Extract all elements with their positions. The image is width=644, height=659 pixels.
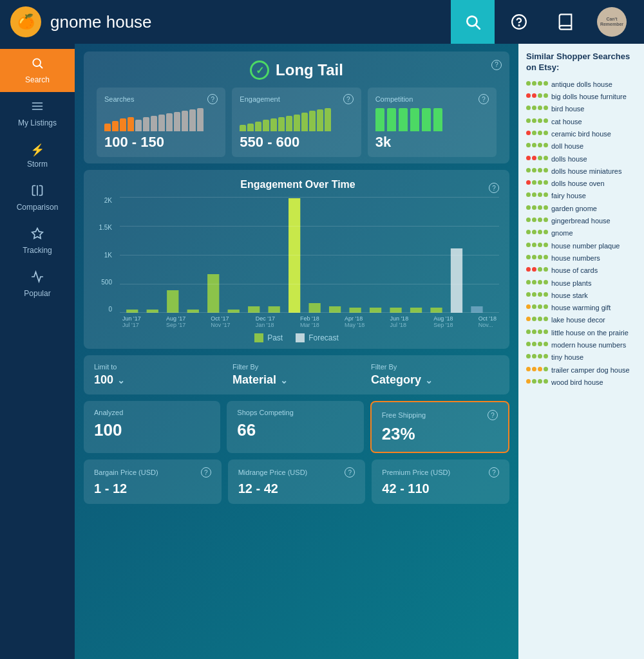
- dot-indicator: [538, 118, 542, 123]
- list-item[interactable]: house numbers: [526, 254, 636, 263]
- sidebar-item-tracking[interactable]: Tracking: [0, 219, 75, 263]
- legend-forecast: Forecast: [296, 333, 339, 342]
- category-filter: Filter By Category ⌄: [371, 363, 499, 387]
- dot-indicator: [544, 354, 548, 358]
- limit-dropdown[interactable]: 100 ⌄: [94, 373, 222, 387]
- dot-indicator: [526, 255, 531, 259]
- dot-indicator: [544, 143, 548, 147]
- list-item[interactable]: cat house: [526, 117, 636, 126]
- dot-indicator: [544, 218, 548, 222]
- list-item[interactable]: garden gnome: [526, 204, 636, 213]
- past-color: [254, 333, 263, 342]
- dot-indicator: [538, 180, 542, 185]
- list-item[interactable]: ceramic bird house: [526, 129, 636, 138]
- list-item[interactable]: dolls house: [526, 154, 636, 163]
- list-item[interactable]: gingerbread house: [526, 216, 636, 225]
- search-icon-btn[interactable]: [451, 0, 495, 44]
- searches-info[interactable]: ?: [207, 94, 218, 104]
- longtail-section: ? ✓ Long Tail Searches ?: [84, 51, 509, 163]
- chart-bars: [120, 197, 499, 313]
- similar-item-label: gnome: [551, 228, 573, 237]
- dot-indicator: [526, 354, 531, 358]
- similar-item-label: antique dolls house: [551, 80, 612, 89]
- dot-indicator: [544, 367, 548, 371]
- midrange-value: 12 - 42: [238, 481, 355, 496]
- list-item[interactable]: trailer camper dog house: [526, 366, 636, 375]
- material-dropdown[interactable]: Material ⌄: [232, 373, 361, 387]
- list-item[interactable]: house warming gift: [526, 303, 636, 312]
- svg-rect-19: [289, 198, 300, 313]
- similar-item-label: dolls house oven: [551, 179, 605, 188]
- sidebar-label-popular: Popular: [24, 289, 50, 298]
- dot-indicator: [544, 230, 548, 234]
- competition-info[interactable]: ?: [478, 94, 489, 104]
- dot-indicator: [544, 304, 548, 309]
- sidebar-label-comparison: Comparison: [17, 203, 59, 212]
- header-icons: Can'tRemember: [451, 0, 634, 44]
- sidebar-item-search[interactable]: Search: [0, 49, 75, 92]
- avatar[interactable]: Can'tRemember: [590, 0, 634, 44]
- dot-indicator: [538, 354, 542, 358]
- help-icon-btn[interactable]: [497, 0, 541, 44]
- dot-indicator: [538, 192, 542, 197]
- list-item[interactable]: lake house decor: [526, 315, 636, 324]
- similar-item-label: tiny house: [551, 353, 583, 362]
- bargain-price-card: Bargain Price (USD) ? 1 - 12: [84, 459, 222, 504]
- dot-indicator: [526, 106, 531, 110]
- dot-indicator: [538, 218, 542, 222]
- book-icon-btn[interactable]: [544, 0, 587, 44]
- dot-indicator: [526, 230, 531, 234]
- list-item[interactable]: house number plaque: [526, 241, 636, 250]
- sidebar-label-search: Search: [25, 75, 50, 84]
- similar-item-label: bird house: [551, 104, 584, 113]
- longtail-info[interactable]: ?: [491, 60, 502, 70]
- dot-indicator: [526, 367, 531, 371]
- dot-indicator: [526, 342, 531, 346]
- sidebar-item-comparison[interactable]: Comparison: [0, 176, 75, 219]
- chart-title: Engagement Over Time: [240, 179, 355, 190]
- avatar-image: Can'tRemember: [597, 7, 627, 37]
- comparison-icon: [31, 184, 44, 200]
- list-item[interactable]: dolls house oven: [526, 179, 636, 188]
- sidebar-item-popular[interactable]: Popular: [0, 263, 75, 306]
- metrics-row: Searches ?: [97, 88, 497, 157]
- limit-filter: Limit to 100 ⌄: [94, 363, 222, 387]
- list-item[interactable]: house stark: [526, 291, 636, 300]
- list-item[interactable]: gnome: [526, 228, 636, 237]
- filters-section: Limit to 100 ⌄ Filter By Material ⌄ Filt…: [84, 355, 509, 394]
- dot-indicator: [532, 243, 536, 247]
- sidebar-item-listings[interactable]: My Listings: [0, 92, 75, 135]
- forecast-color: [296, 333, 305, 342]
- category-dropdown[interactable]: Category ⌄: [371, 373, 499, 387]
- dot-indicator: [526, 143, 531, 147]
- longtail-title: ✓ Long Tail: [97, 60, 497, 80]
- dot-indicator: [526, 267, 531, 272]
- similar-item-label: dolls house miniatures: [551, 167, 621, 176]
- engagement-info[interactable]: ?: [343, 94, 354, 104]
- shipping-info[interactable]: ?: [488, 410, 498, 420]
- list-item[interactable]: fairy house: [526, 191, 636, 200]
- sidebar-item-storm[interactable]: ⚡ Storm: [0, 135, 75, 176]
- bargain-info[interactable]: ?: [201, 467, 211, 478]
- list-item[interactable]: antique dolls house: [526, 80, 636, 89]
- midrange-price-card: Midrange Price (USD) ? 12 - 42: [228, 459, 366, 504]
- dot-indicator: [532, 81, 536, 86]
- midrange-info[interactable]: ?: [345, 467, 355, 478]
- searches-chart: [104, 108, 218, 131]
- premium-info[interactable]: ?: [489, 467, 499, 478]
- dot-indicator: [544, 118, 548, 123]
- chart-info[interactable]: ?: [489, 183, 499, 193]
- list-item[interactable]: house of cards: [526, 266, 636, 275]
- list-item[interactable]: bird house: [526, 104, 636, 113]
- dot-indicator: [538, 317, 542, 321]
- dot-indicator: [532, 218, 536, 222]
- list-item[interactable]: house plants: [526, 279, 636, 288]
- list-item[interactable]: little house on the prairie: [526, 328, 636, 337]
- list-item[interactable]: tiny house: [526, 353, 636, 362]
- list-item[interactable]: doll house: [526, 142, 636, 151]
- dot-indicator: [538, 267, 542, 272]
- list-item[interactable]: modern house numbers: [526, 340, 636, 349]
- list-item[interactable]: big dolls house furniture: [526, 92, 636, 101]
- list-item[interactable]: wood bird house: [526, 378, 636, 387]
- list-item[interactable]: dolls house miniatures: [526, 167, 636, 176]
